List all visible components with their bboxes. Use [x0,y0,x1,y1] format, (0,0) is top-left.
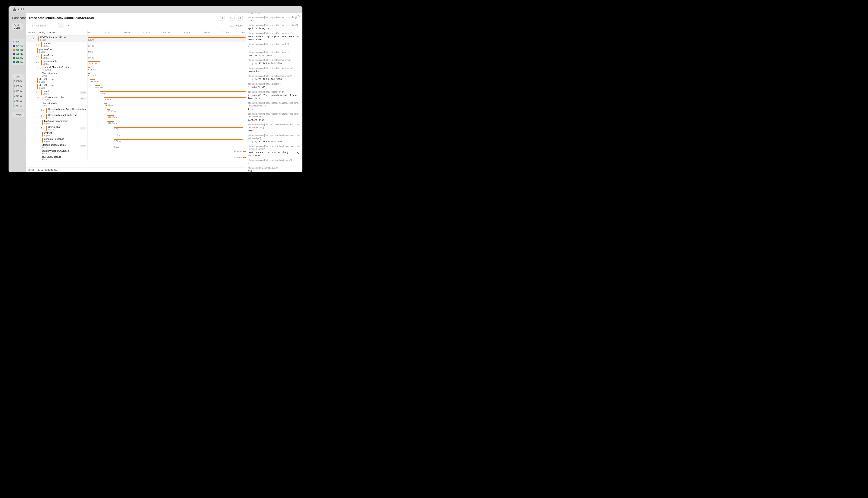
span-row[interactable]: 1 Conversation.setActiveConversation Ely… [26,107,246,113]
span-duration-bar [114,133,114,134]
span-row[interactable]: updateAvailableChatRoom Elysia 56.88ms [26,149,246,155]
span-duration-bar [88,43,88,44]
attribute-value: host, connection, content-length, pragma… [248,151,300,157]
attribute-row[interactable]: attributes.custom["http.response.header.… [248,102,300,111]
attribute-row[interactable]: attributes.custom["http.request.header.c… [248,16,300,22]
span-duration-label: 96.54ms [91,80,99,83]
span-name: beforeHandle [43,60,57,63]
span-tag: SLOW [80,91,87,94]
span-row[interactable]: 1 Conversation.getChatsById Elysia 129.4… [26,113,246,119]
span-duration-bar [243,151,245,152]
span-children-badge[interactable]: 3 [35,61,40,64]
attribute-row[interactable]: attributes.custom["http.request.id"] 1,5… [248,82,300,89]
attribute-row[interactable]: attributes.custom["http.response.header.… [248,113,300,122]
time-tick: 1984ms [183,31,190,34]
span-row[interactable]: Character.exists Elysia 51.23ms [26,71,246,77]
span-duration-bar [88,61,100,62]
attribute-key: attributes.custom["http.request.header.h… [248,51,300,54]
attribute-key: attributes.custom["http.request.header.c… [248,24,300,27]
span-row[interactable]: processCors Elysia 54µs [26,48,246,54]
span-duration-label: 3.174s [88,39,94,41]
attribute-key: attributes.custom["http.response.header.… [248,123,300,129]
attribute-row[interactable]: attributes.custom["http.request.header.c… [248,32,300,41]
span-children-badge[interactable]: 4 [32,37,38,40]
span-row[interactable]: 3 beforeHandle Elysia 242.63ms [26,60,246,66]
share-button[interactable] [228,15,234,21]
span-children-badge[interactable]: 1 [35,91,40,94]
span-color-bar-icon [37,84,38,89]
attribute-row[interactable]: attributes.custom["http.request.header.r… [248,75,300,81]
filter-button[interactable] [66,23,72,28]
span-name: checkCharacterExistence [46,66,72,69]
span-row[interactable]: saveChatMessage Elysia 52.73ms [26,155,246,161]
span-duration-label: 94.48ms [95,87,103,89]
span-children-badge[interactable]: 1 [35,43,40,46]
span-row[interactable]: Character.byId Elysia 59.47ms [26,101,246,107]
attribute-row[interactable]: attributes.custom["http.response.header.… [248,123,300,132]
span-name: updateAvailableChatRoom [42,149,69,152]
span-color-bar-icon [41,42,42,47]
timeline-footer: Ended Jul 12, 22:36:39.993 [26,168,246,172]
span-service: Elysia [46,99,64,101]
span-tag: FAST [80,127,87,130]
span-row[interactable]: 1 handle Elysia SLOW2.93s [26,89,246,95]
span-row[interactable]: 1 checkCharacterExistence Elysia 51.31ms [26,66,246,71]
span-service: Elysia [46,69,72,71]
span-count: 21/23 spans [230,24,243,27]
attribute-row[interactable]: attributes.custom["http.response.header.… [248,159,300,165]
expand-button[interactable] [236,15,243,21]
filter-spans-input[interactable]: Filter spans [29,23,56,28]
span-color-bar-icon [37,78,38,83]
span-row[interactable]: generateResponse Elysia 2.589s [26,137,246,143]
attribute-value: http://192.168.0.181:3000/ [248,78,300,81]
span-row[interactable]: 1 request Elysia 134µs [26,42,246,48]
span-children-badge[interactable]: 1 [35,55,40,58]
attribute-row[interactable]: attributes.custom["http.response.header.… [248,145,300,157]
attribute-row[interactable]: attributes.custom["http.request.header.h… [248,51,300,57]
view-mode-button[interactable] [58,23,64,28]
attribute-row[interactable]: attributes.custom["http.request.header.d… [248,43,300,49]
span-service: Elysia [39,87,54,89]
span-duration-label: 129.47ms [108,116,117,119]
span-duration-label: 134µs [88,44,94,47]
span-row[interactable]: 4 POST /character/:id/chat Elysia 3.174s [26,36,246,42]
time-tick: 397ms [104,31,111,34]
span-row[interactable]: checkSession Elysia 94.48ms [26,83,246,89]
span-children-badge[interactable]: 1 [37,67,43,70]
span-children-badge[interactable]: 1 [40,115,45,118]
span-name: request [43,42,51,45]
span-color-bar-icon [43,66,44,71]
panel-toggle-button[interactable] [218,15,225,21]
close-panel-button[interactable] [297,14,301,18]
span-row[interactable]: 7 Conversation.chat Elysia FAST2.836s [26,95,246,101]
time-tick: 3175ms [238,31,246,34]
span-row[interactable]: Storage.uploadMultiple Elysia FAST68µs [26,143,246,149]
span-children-badge[interactable]: 7 [37,97,43,100]
attribute-row[interactable]: attributes.custom["http.request.header.c… [248,13,300,14]
span-row[interactable]: 1 transform Elysia 105µs [26,54,246,60]
span-service: Elysia [39,51,52,53]
attribute-row[interactable]: attributes.custom["http.response.body"] … [248,91,300,100]
attribute-row[interactable]: attributes.custom["http.request.header.p… [248,67,300,73]
span-duration-label: 59.47ms [105,104,113,107]
span-name: checkSession [39,78,54,81]
attribute-row[interactable]: attributes.custom["http.request.header.o… [248,59,300,65]
span-children-badge[interactable]: 2 [40,127,45,130]
span-duration-bar [107,109,110,110]
span-row[interactable]: findActiveConversation Elysia 129.34ms [26,119,246,125]
span-color-bar-icon [43,96,44,101]
attribute-value: content-type [248,118,300,122]
span-service: Elysia [43,63,57,65]
span-color-bar-icon [42,138,43,143]
span-row[interactable]: 2 Gemini.chat Elysia FAST2.59s [26,125,246,131]
attribute-row[interactable]: attributes.custom["http.response.header.… [248,134,300,143]
attribute-key: attributes.http.request.body.size [248,167,300,170]
span-row[interactable]: instruct Elysia 122µs [26,131,246,137]
span-service: Elysia [48,117,77,119]
span-duration-label: 51.31ms [88,68,96,71]
attribute-value: POST [248,129,300,132]
attribute-row[interactable]: attributes.custom["http.request.header.c… [248,24,300,30]
attribute-row[interactable]: attributes.http.request.body.size 234 [248,167,300,172]
span-row[interactable]: checkSession Elysia 96.54ms [26,77,246,83]
span-children-badge[interactable]: 1 [40,109,45,112]
